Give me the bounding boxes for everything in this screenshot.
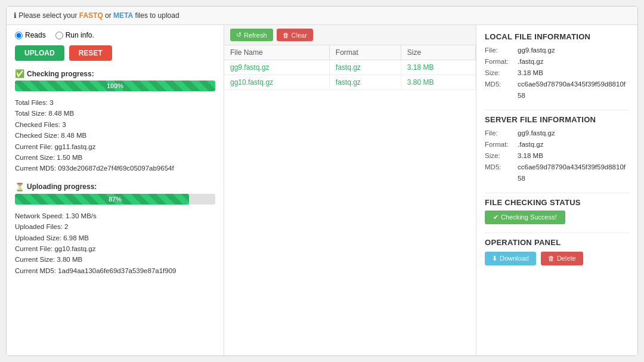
server-md5-row: MD5: cc6ae59d78790a4345f39f59d8810f58: [485, 162, 629, 184]
check-circle-icon: ✅: [15, 69, 24, 78]
checking-stats: Total Files: 3 Total Size: 8.48 MB Check…: [15, 97, 215, 174]
divider-3: [485, 233, 629, 233]
file-checking-status-title: FILE CHECKING STATUS: [485, 198, 629, 207]
server-md5-value: cc6ae59d78790a4345f39f59d8810f58: [518, 162, 629, 184]
server-size-value: 3.18 MB: [518, 150, 543, 162]
fastq-label: FASTQ: [79, 11, 103, 20]
col-size: Size: [401, 45, 475, 60]
operation-panel-section: OPERATION PANEL ⬇ Download 🗑 Delete: [485, 238, 629, 265]
file-checking-status-section: FILE CHECKING STATUS ✔ Checking Success!: [485, 198, 629, 224]
local-file-value: gg9.fastq.gz: [518, 45, 555, 56]
file-table: File Name Format Size gg9.fastq.gz fastq…: [224, 45, 476, 90]
meta-label: META: [113, 11, 133, 20]
delete-icon: 🗑: [548, 255, 555, 262]
action-btn-row: UPLOAD RESET: [15, 45, 215, 61]
checking-progress-label: ✅ Checking progress:: [15, 69, 215, 78]
uploading-progress-label: ⏳ Uploading progress:: [15, 182, 215, 191]
local-size-value: 3.18 MB: [518, 67, 543, 79]
checking-success-button[interactable]: ✔ Checking Success!: [485, 211, 565, 224]
top-bar: ℹ Please select your FASTQ or META files…: [7, 7, 637, 25]
download-button[interactable]: ⬇ Download: [485, 252, 536, 265]
server-format-row: Format: .fastq.gz: [485, 139, 629, 150]
uploading-progress-bar-container: 87%: [15, 194, 215, 205]
download-icon: ⬇: [492, 255, 497, 262]
stat-uploaded-size: Uploaded Size: 6.98 MB: [15, 233, 215, 243]
local-md5-value: cc6ae59d78790a4345f39f59d8810f58: [518, 79, 629, 101]
local-file-row: File: gg9.fastq.gz: [485, 45, 629, 56]
info-icon: ℹ: [14, 11, 17, 20]
spinner-icon: ⏳: [15, 182, 24, 191]
check-icon-success: ✔: [493, 214, 499, 221]
server-file-value: gg9.fastq.gz: [518, 128, 555, 139]
stat-upload-current-size: Current Size: 3.80 MB: [15, 254, 215, 265]
refresh-icon: ↺: [236, 31, 242, 39]
local-size-row: Size: 3.18 MB: [485, 67, 629, 79]
local-md5-row: MD5: cc6ae59d78790a4345f39f59d8810f58: [485, 79, 629, 101]
table-row[interactable]: gg9.fastq.gz fastq.gz 3.18 MB: [224, 60, 476, 75]
uploading-progress-label-text: 87%: [15, 194, 215, 205]
server-size-row: Size: 3.18 MB: [485, 150, 629, 162]
radio-runinfo-label[interactable]: Run info.: [55, 31, 94, 39]
server-format-value: .fastq.gz: [518, 139, 543, 150]
reset-button[interactable]: RESET: [69, 45, 112, 61]
server-file-row: File: gg9.fastq.gz: [485, 128, 629, 139]
stat-upload-current-md5: Current MD5: 1ad94aa130a6fe69d37a539e87a…: [15, 265, 215, 276]
trash-icon: 🗑: [283, 32, 289, 39]
file-type-radio-group: Reads Run info.: [15, 31, 215, 39]
stat-checked-size: Checked Size: 8.48 MB: [15, 130, 215, 141]
stat-current-size: Current Size: 1.50 MB: [15, 152, 215, 163]
stat-uploaded-files: Uploaded Files: 2: [15, 221, 215, 232]
file-size-cell: 3.80 MB: [401, 75, 475, 90]
clear-button[interactable]: 🗑 Clear: [277, 29, 313, 41]
reads-label-text: Reads: [25, 31, 46, 39]
local-format-value: .fastq.gz: [518, 56, 543, 67]
radio-reads-label[interactable]: Reads: [15, 31, 46, 39]
stat-total-size: Total Size: 8.48 MB: [15, 108, 215, 119]
col-filename: File Name: [224, 45, 329, 60]
operation-panel-title: OPERATION PANEL: [485, 238, 629, 247]
local-file-info-title: LOCAL FILE INFORMATION: [485, 32, 629, 41]
file-format-cell: fastq.gz: [329, 60, 401, 75]
stat-total-files: Total Files: 3: [15, 97, 215, 108]
radio-runinfo[interactable]: [55, 32, 63, 39]
refresh-button[interactable]: ↺ Refresh: [230, 29, 273, 41]
checking-progress-label-text: 100%: [15, 81, 215, 91]
stat-checked-files: Checked Files: 3: [15, 119, 215, 130]
top-message-prefix: Please select your: [18, 11, 79, 20]
stat-upload-current-file: Current File: gg10.fastq.gz: [15, 243, 215, 254]
left-panel: Reads Run info. UPLOAD RESET ✅ Checking …: [7, 25, 224, 355]
middle-toolbar: ↺ Refresh 🗑 Clear: [224, 25, 476, 45]
file-size-cell: 3.18 MB: [401, 60, 475, 75]
radio-reads[interactable]: [15, 32, 23, 39]
file-name-cell: gg9.fastq.gz: [224, 60, 329, 75]
stat-current-file: Current File: gg11.fastq.gz: [15, 141, 215, 152]
operation-buttons: ⬇ Download 🗑 Delete: [485, 252, 629, 265]
stat-network-speed: Network Speed: 1.30 MB/s: [15, 211, 215, 221]
or-label: or: [105, 11, 113, 20]
table-header-row: File Name Format Size: [224, 45, 476, 60]
col-format: Format: [329, 45, 401, 60]
divider-1: [485, 110, 629, 110]
uploading-stats: Network Speed: 1.30 MB/s Uploaded Files:…: [15, 211, 215, 276]
middle-panel: ↺ Refresh 🗑 Clear File Name Format Size: [224, 25, 476, 355]
divider-2: [485, 193, 629, 193]
right-panel: LOCAL FILE INFORMATION File: gg9.fastq.g…: [476, 25, 637, 355]
stat-current-md5: Current MD5: 093de20687d2e7f4f69c05097ab…: [15, 163, 215, 174]
runinfo-label-text: Run info.: [66, 31, 94, 39]
top-message-suffix: files to upload: [135, 11, 179, 20]
file-name-cell: gg10.fastq.gz: [224, 75, 329, 90]
local-format-row: Format: .fastq.gz: [485, 56, 629, 67]
table-row[interactable]: gg10.fastq.gz fastq.gz 3.80 MB: [224, 75, 476, 90]
delete-button[interactable]: 🗑 Delete: [541, 252, 583, 265]
local-file-info-section: LOCAL FILE INFORMATION File: gg9.fastq.g…: [485, 32, 629, 101]
server-file-info-title: SERVER FILE INFORMATION: [485, 115, 629, 124]
server-file-info-section: SERVER FILE INFORMATION File: gg9.fastq.…: [485, 115, 629, 184]
file-format-cell: fastq.gz: [329, 75, 401, 90]
upload-button[interactable]: UPLOAD: [15, 45, 64, 61]
checking-progress-bar-container: 100%: [15, 81, 215, 91]
